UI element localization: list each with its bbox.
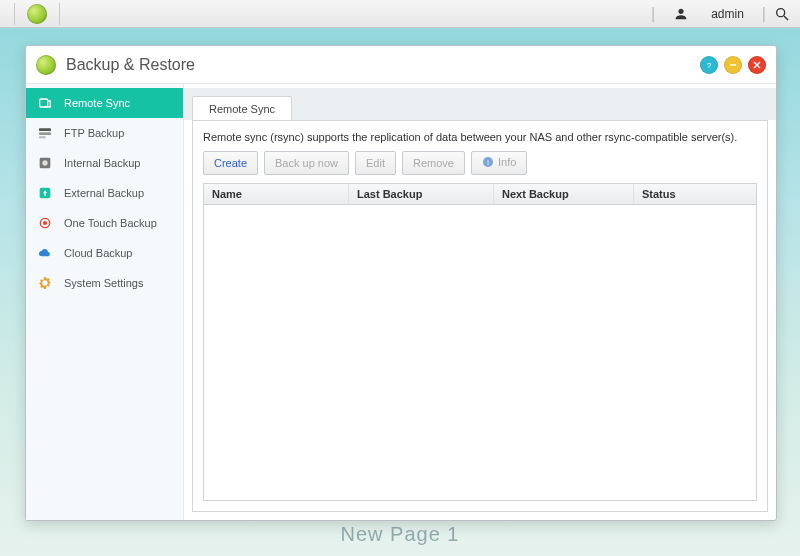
divider xyxy=(59,3,60,25)
svg-point-0 xyxy=(777,8,785,16)
svg-point-9 xyxy=(42,160,47,165)
gear-icon xyxy=(36,274,54,292)
sidebar-item-label: FTP Backup xyxy=(64,127,124,139)
window-titlebar[interactable]: Backup & Restore ? xyxy=(26,46,776,84)
table-header: Name Last Backup Next Backup Status xyxy=(204,184,756,205)
sidebar-item-label: Internal Backup xyxy=(64,157,140,169)
backup-now-button[interactable]: Back up now xyxy=(264,151,349,175)
edit-button[interactable]: Edit xyxy=(355,151,396,175)
table-body xyxy=(204,205,756,500)
svg-text:?: ? xyxy=(707,61,712,70)
create-button[interactable]: Create xyxy=(203,151,258,175)
os-logo-icon[interactable] xyxy=(27,4,47,24)
target-icon xyxy=(36,214,54,232)
external-disk-icon xyxy=(36,184,54,202)
column-header-status[interactable]: Status xyxy=(634,184,756,204)
cloud-icon xyxy=(36,244,54,262)
window-title: Backup & Restore xyxy=(66,56,195,74)
close-icon xyxy=(752,60,762,70)
info-icon: i xyxy=(482,156,494,170)
remove-button[interactable]: Remove xyxy=(402,151,465,175)
sidebar-item-label: External Backup xyxy=(64,187,144,199)
column-header-last[interactable]: Last Backup xyxy=(349,184,494,204)
tab-content: Remote sync (rsync) supports the replica… xyxy=(192,120,768,512)
info-button-label: Info xyxy=(498,156,516,168)
sidebar-item-label: System Settings xyxy=(64,277,143,289)
jobs-table: Name Last Backup Next Backup Status xyxy=(203,183,757,501)
svg-rect-6 xyxy=(39,132,51,135)
sidebar-item-label: One Touch Backup xyxy=(64,217,157,229)
sidebar-item-one-touch-backup[interactable]: One Touch Backup xyxy=(26,208,183,238)
backup-restore-window: Backup & Restore ? Remote Sync FTP Backu… xyxy=(25,45,777,521)
app-icon xyxy=(36,55,56,75)
svg-rect-4 xyxy=(40,99,48,107)
sidebar-item-external-backup[interactable]: External Backup xyxy=(26,178,183,208)
svg-line-1 xyxy=(784,16,788,20)
username-label: admin xyxy=(711,7,744,21)
action-toolbar: Create Back up now Edit Remove iInfo xyxy=(203,151,757,175)
user-menu[interactable]: admin xyxy=(663,6,754,22)
minus-icon xyxy=(728,60,738,70)
divider xyxy=(14,3,15,25)
ftp-icon xyxy=(36,124,54,142)
svg-rect-3 xyxy=(730,64,736,65)
internal-disk-icon xyxy=(36,154,54,172)
search-icon[interactable] xyxy=(774,6,790,22)
sidebar-item-system-settings[interactable]: System Settings xyxy=(26,268,183,298)
svg-rect-5 xyxy=(39,128,51,131)
sidebar: Remote Sync FTP Backup Internal Backup E… xyxy=(26,84,184,520)
sidebar-item-label: Cloud Backup xyxy=(64,247,133,259)
tabstrip: Remote Sync xyxy=(184,88,776,120)
description-text: Remote sync (rsync) supports the replica… xyxy=(203,131,757,143)
desktop-page-label: New Page 1 xyxy=(341,523,460,546)
minimize-button[interactable] xyxy=(724,56,742,74)
info-button[interactable]: iInfo xyxy=(471,151,527,175)
sidebar-item-label: Remote Sync xyxy=(64,97,130,109)
sync-icon xyxy=(36,94,54,112)
divider: | xyxy=(651,5,655,23)
tab-remote-sync[interactable]: Remote Sync xyxy=(192,96,292,121)
sidebar-item-remote-sync[interactable]: Remote Sync xyxy=(26,88,183,118)
column-header-next[interactable]: Next Backup xyxy=(494,184,634,204)
column-header-name[interactable]: Name xyxy=(204,184,349,204)
question-icon: ? xyxy=(704,60,714,70)
close-button[interactable] xyxy=(748,56,766,74)
desktop-topbar: | admin | xyxy=(0,0,800,28)
main-panel: Remote Sync Remote sync (rsync) supports… xyxy=(184,84,776,520)
svg-point-12 xyxy=(44,222,47,225)
help-button[interactable]: ? xyxy=(700,56,718,74)
divider: | xyxy=(762,5,766,23)
svg-rect-7 xyxy=(39,136,46,138)
sidebar-item-cloud-backup[interactable]: Cloud Backup xyxy=(26,238,183,268)
user-icon xyxy=(673,6,689,22)
tab-label: Remote Sync xyxy=(209,103,275,115)
sidebar-item-internal-backup[interactable]: Internal Backup xyxy=(26,148,183,178)
sidebar-item-ftp-backup[interactable]: FTP Backup xyxy=(26,118,183,148)
